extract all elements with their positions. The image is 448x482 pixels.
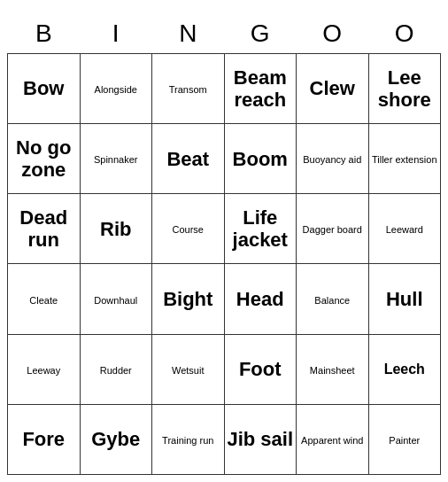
table-cell: Boom: [224, 124, 297, 194]
cell-text: Rudder: [100, 365, 132, 376]
cell-text: Rib: [100, 218, 131, 240]
cell-text: No go zone: [16, 136, 71, 181]
cell-text: Leeward: [386, 224, 423, 235]
table-cell: Training run: [152, 404, 225, 474]
table-cell: Beam reach: [224, 54, 297, 124]
table-cell: Bight: [152, 264, 225, 334]
table-row: ForeGybeTraining runJib sailApparent win…: [8, 404, 441, 474]
cell-text: Beat: [166, 148, 209, 170]
table-cell: Balance: [297, 264, 369, 334]
table-cell: Rudder: [80, 334, 152, 404]
cell-text: Bow: [23, 77, 64, 99]
cell-text: Training run: [162, 435, 213, 446]
table-cell: Life jacket: [224, 194, 297, 264]
table-cell: Beat: [152, 124, 225, 194]
table-row: BowAlongsideTransomBeam reachClewLee sho…: [8, 54, 441, 124]
cell-text: Mainsheet: [310, 365, 355, 376]
bingo-title: [7, 7, 441, 16]
table-cell: Wetsuit: [152, 334, 225, 404]
table-row: Dead runRibCourseLife jacketDagger board…: [8, 194, 441, 264]
cell-text: Dead run: [19, 206, 67, 251]
bingo-letter: O: [368, 16, 441, 54]
cell-text: Apparent wind: [301, 435, 363, 446]
table-cell: Buoyancy aid: [297, 124, 369, 194]
cell-text: Buoyancy aid: [303, 154, 361, 165]
table-cell: Gybe: [80, 404, 152, 474]
table-cell: Foot: [224, 334, 297, 404]
table-cell: Course: [152, 194, 225, 264]
cell-text: Bight: [163, 288, 212, 310]
table-cell: Tiller extension: [368, 124, 441, 194]
cell-text: Lee shore: [378, 66, 431, 111]
table-cell: Transom: [152, 54, 225, 124]
table-cell: Painter: [368, 404, 441, 474]
table-cell: Downhaul: [80, 264, 152, 334]
cell-text: Transom: [169, 84, 207, 95]
table-cell: Jib sail: [224, 404, 297, 474]
bingo-grid: BINGOO BowAlongsideTransomBeam reachClew…: [7, 16, 441, 475]
table-cell: Leeway: [8, 334, 81, 404]
cell-text: Beam reach: [234, 66, 287, 111]
table-cell: Spinnaker: [80, 124, 152, 194]
cell-text: Hull: [386, 288, 423, 310]
cell-text: Head: [236, 288, 284, 310]
cell-text: Course: [173, 224, 204, 235]
table-row: LeewayRudderWetsuitFootMainsheetLeech: [8, 334, 441, 404]
bingo-letter: G: [224, 16, 297, 54]
bingo-letter: I: [80, 16, 152, 54]
cell-text: Boom: [233, 148, 288, 170]
bingo-letter: N: [152, 16, 225, 54]
cell-text: Wetsuit: [172, 365, 204, 376]
table-cell: No go zone: [8, 124, 81, 194]
table-cell: Head: [224, 264, 297, 334]
cell-text: Leech: [384, 362, 425, 377]
bingo-letter: O: [297, 16, 369, 54]
cell-text: Balance: [314, 295, 350, 306]
table-cell: Lee shore: [368, 54, 441, 124]
table-row: No go zoneSpinnakerBeatBoomBuoyancy aidT…: [8, 124, 441, 194]
table-cell: Dagger board: [297, 194, 369, 264]
cell-text: Painter: [389, 435, 420, 446]
cell-text: Jib sail: [227, 428, 293, 450]
cell-text: Cleate: [29, 295, 58, 306]
table-cell: Leech: [368, 334, 441, 404]
cell-text: Leeway: [27, 365, 60, 376]
table-cell: Apparent wind: [297, 404, 369, 474]
cell-text: Spinnaker: [94, 154, 138, 165]
cell-text: Tiller extension: [372, 154, 437, 165]
cell-text: Fore: [22, 428, 65, 450]
bingo-letter: B: [8, 16, 81, 54]
cell-text: Downhaul: [94, 295, 137, 306]
table-cell: Alongside: [80, 54, 152, 124]
table-cell: Mainsheet: [297, 334, 369, 404]
table-cell: Leeward: [368, 194, 441, 264]
cell-text: Clew: [310, 77, 355, 99]
table-cell: Fore: [8, 404, 81, 474]
table-cell: Hull: [368, 264, 441, 334]
table-cell: Clew: [297, 54, 369, 124]
cell-text: Dagger board: [303, 224, 362, 235]
cell-text: Alongside: [95, 84, 137, 95]
cell-text: Gybe: [91, 428, 140, 450]
table-cell: Cleate: [8, 264, 81, 334]
cell-text: Foot: [239, 358, 282, 380]
table-cell: Rib: [80, 194, 152, 264]
table-row: CleateDownhaulBightHeadBalanceHull: [8, 264, 441, 334]
table-cell: Bow: [8, 54, 81, 124]
cell-text: Life jacket: [233, 206, 288, 251]
table-cell: Dead run: [8, 194, 81, 264]
